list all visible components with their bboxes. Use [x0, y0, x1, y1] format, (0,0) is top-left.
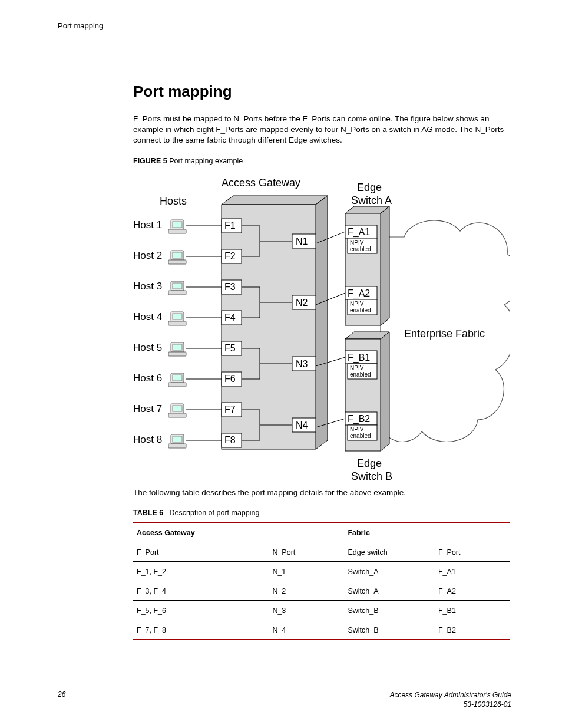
- col-nport: N_Port: [269, 542, 344, 561]
- f-port-label: F3: [224, 282, 236, 292]
- doc-number: 53-1003126-01: [464, 700, 511, 709]
- n-port-label: N4: [296, 420, 308, 430]
- edge-switch-a-label-2: Switch A: [351, 195, 392, 206]
- table-row: F_7, F_8 N_4 Switch_B F_B2: [133, 620, 510, 640]
- npiv-label: NPIV: [350, 239, 364, 246]
- figure-caption-text: Port mapping example: [169, 157, 243, 165]
- svg-rect-11: [168, 229, 186, 233]
- main-content: Port mapping F_Ports must be mapped to N…: [133, 83, 510, 640]
- intro-paragraph: F_Ports must be mapped to N_Ports before…: [133, 114, 510, 146]
- table-label: TABLE 6: [133, 509, 163, 517]
- svg-rect-35: [173, 375, 182, 381]
- enterprise-fabric-label: Enterprise Fabric: [404, 328, 485, 340]
- svg-rect-15: [173, 252, 182, 258]
- svg-marker-7: [381, 332, 389, 451]
- group-header-ag: Access Gateway: [133, 522, 344, 542]
- computer-icon: [168, 251, 186, 264]
- host-label: Host 2: [133, 250, 162, 261]
- access-gateway-label: Access Gateway: [222, 177, 300, 189]
- svg-rect-30: [173, 344, 182, 350]
- f-port-label: F4: [224, 312, 236, 322]
- computer-icon: [168, 373, 186, 387]
- edge-port-label: F_A1: [348, 227, 370, 238]
- port-mapping-table: Access Gateway Fabric F_Port N_Port Edge…: [133, 522, 510, 640]
- npiv-enabled: enabled: [350, 246, 371, 252]
- host-label: Host 4: [133, 311, 162, 322]
- npiv-enabled: enabled: [350, 307, 371, 314]
- col-fport2: F_Port: [435, 542, 510, 561]
- edge-port-label: F_B1: [348, 353, 370, 363]
- host-label: Host 3: [133, 281, 162, 292]
- n-port-label: N1: [296, 236, 308, 246]
- f-port-label: F1: [224, 220, 236, 230]
- svg-rect-45: [173, 436, 182, 442]
- npiv-label: NPIV: [350, 365, 364, 371]
- edge-switch-b-label-2: Switch B: [351, 470, 392, 482]
- computer-icon: [168, 404, 186, 417]
- npiv-label: NPIV: [350, 301, 364, 307]
- computer-icon: [168, 312, 186, 325]
- figure-caption: FIGURE 5 Port mapping example: [133, 157, 510, 165]
- computer-icon: [168, 434, 186, 448]
- host-label: Host 7: [133, 403, 162, 414]
- npiv-enabled: enabled: [350, 433, 371, 439]
- computer-icon: [168, 342, 186, 356]
- svg-rect-26: [168, 321, 186, 325]
- npiv-enabled: enabled: [350, 371, 371, 378]
- edge-switch-b-label-1: Edge: [357, 457, 382, 469]
- table-caption-text: Description of port mapping: [170, 509, 260, 517]
- svg-rect-40: [173, 406, 182, 411]
- svg-marker-4: [381, 206, 389, 325]
- svg-rect-46: [168, 444, 186, 448]
- breadcrumb: Port mapping: [58, 21, 103, 30]
- n-port-label: N2: [296, 298, 308, 308]
- edge-switch-a-label-1: Edge: [357, 182, 382, 193]
- svg-rect-36: [168, 383, 186, 387]
- figure-label: FIGURE 5: [133, 157, 167, 165]
- hosts-label: Hosts: [160, 195, 187, 207]
- col-fport: F_Port: [133, 542, 269, 561]
- computer-icon: [168, 281, 186, 295]
- page-number: 26: [58, 690, 65, 699]
- edge-port-label: F_B2: [348, 414, 370, 424]
- svg-rect-21: [168, 291, 186, 295]
- svg-rect-16: [168, 260, 186, 264]
- table-row: F_1, F_2 N_1 Switch_A F_A1: [133, 561, 510, 581]
- f-port-label: F6: [224, 374, 236, 384]
- host-label: Host 8: [133, 434, 162, 445]
- section-heading: Port mapping: [133, 83, 510, 101]
- page-footer: 26 Access Gateway Administrator's Guide …: [58, 690, 511, 709]
- f-port-label: F8: [224, 435, 236, 445]
- svg-rect-10: [173, 222, 182, 228]
- npiv-label: NPIV: [350, 426, 364, 433]
- n-port-label: N3: [296, 359, 308, 369]
- table-caption: TABLE 6 Description of port mapping: [133, 509, 510, 517]
- group-header-fabric: Fabric: [344, 522, 510, 542]
- edge-port-label: F_A2: [348, 288, 370, 299]
- host-label: Host 6: [133, 373, 162, 384]
- svg-rect-25: [173, 314, 182, 319]
- host-label: Host 1: [133, 219, 162, 230]
- f-port-label: F2: [224, 251, 236, 261]
- after-figure-text: The following table describes the port m…: [133, 487, 510, 498]
- svg-marker-1: [316, 196, 328, 449]
- f-port-label: F5: [224, 343, 236, 353]
- doc-title: Access Gateway Administrator's Guide: [389, 691, 511, 699]
- port-mapping-diagram: Hosts Access Gateway Edge Switch A Edge …: [133, 172, 510, 482]
- computer-icon: [168, 220, 186, 233]
- table-row: F_3, F_4 N_2 Switch_A F_A2: [133, 581, 510, 600]
- svg-rect-41: [168, 413, 186, 417]
- svg-rect-20: [173, 283, 182, 289]
- f-port-label: F7: [224, 404, 236, 414]
- col-edge: Edge switch: [344, 542, 435, 561]
- table-row: F_5, F_6 N_3 Switch_B F_B1: [133, 600, 510, 620]
- host-label: Host 5: [133, 342, 162, 353]
- svg-rect-31: [168, 352, 186, 356]
- svg-marker-0: [222, 196, 328, 205]
